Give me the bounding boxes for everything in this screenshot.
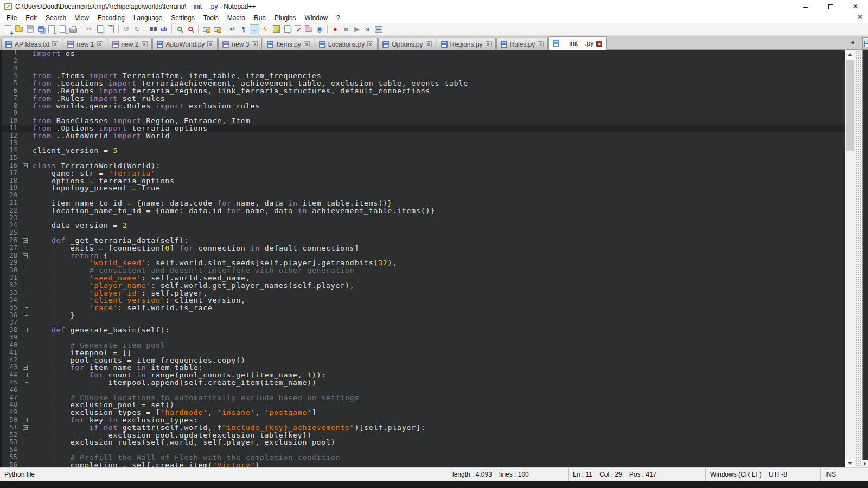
close-icon[interactable] [47,24,56,34]
second-view-scroll-corner[interactable] [862,460,868,467]
code-line-12[interactable]: 12from ..AutoWorld import World [2,132,845,140]
code-line-44[interactable]: 44 for count in range(pool_counts.get(it… [2,371,845,379]
tab-scroll-left-icon[interactable]: ◀ [850,40,854,45]
vertical-scrollbar[interactable] [845,50,854,467]
fold-marker[interactable] [21,424,30,432]
sync-vertical-icon[interactable] [201,24,211,34]
code-line-48[interactable]: 48 exclusion_pool = set() [2,401,845,409]
code-line-6[interactable]: 6from .Regions import terraria_regions, … [2,87,845,95]
menu-item-window[interactable]: Window [300,13,332,23]
fold-marker[interactable] [21,252,30,260]
scrollbar-thumb[interactable] [846,60,854,151]
menu-item-file[interactable]: File [2,13,21,23]
menu-item-tools[interactable]: Tools [199,13,223,23]
code-line-35[interactable]: 35 'race': self.world.is_race [2,304,845,312]
scroll-up-icon[interactable] [845,50,854,59]
code-line-42[interactable]: 42 pool_counts = item_frequencies.copy() [2,357,845,364]
find-icon[interactable] [148,24,158,34]
zoom-out-icon[interactable] [186,24,195,34]
code-line-21[interactable]: 21 item_name_to_id = {name: data.code fo… [2,200,845,207]
code-line-17[interactable]: 17 game: str = "Terraria" [2,170,845,177]
code-line-14[interactable]: 14client_version = 5 [2,147,845,155]
code-line-20[interactable]: 20 [2,192,845,200]
code-line-18[interactable]: 18 options = terraria_options [2,177,845,185]
code-line-47[interactable]: 47 # Choose locations to automatically e… [2,394,845,402]
code-line-24[interactable]: 24 data_version = 2 [2,222,845,229]
show-all-characters-icon[interactable]: ¶ [239,24,248,34]
code-line-26[interactable]: 26 def _get_terraria_data(self): [2,237,845,245]
code-line-22[interactable]: 22 location_name_to_id = {name: data.id … [2,207,845,215]
code-line-10[interactable]: 10from BaseClasses import Region, Entran… [2,117,845,125]
fold-marker[interactable] [21,416,30,424]
tab-close-icon[interactable]: x [486,41,492,47]
paste-icon[interactable] [106,24,116,34]
open-icon[interactable] [14,24,24,34]
fold-marker[interactable] [21,364,30,371]
tab-close-icon[interactable]: x [252,41,258,47]
code-line-53[interactable]: 53 exclusion_rules(self.world, self.play… [2,439,845,446]
menu-item-edit[interactable]: Edit [21,13,41,23]
code-line-50[interactable]: 50 for key in exclusion_types: [2,416,845,424]
code-line-16[interactable]: 16class TerrariaWorld(World): [2,162,845,170]
code-line-37[interactable]: 37 [2,319,845,327]
code-line-11[interactable]: 11from .Options import terraria_options [2,125,845,132]
document-map-icon[interactable] [271,24,281,34]
close-all-icon[interactable] [58,24,67,34]
code-line-29[interactable]: 29 'world_seed': self.world.slot_seeds[s… [2,259,845,267]
menu-item-language[interactable]: Language [129,13,167,23]
copy-icon[interactable] [95,24,105,34]
code-line-33[interactable]: 33 'player_id': self.player, [2,290,845,297]
code-line-46[interactable]: 46 [2,387,845,394]
code-line-15[interactable]: 15 [2,155,845,162]
tab-ap-ideas-txt[interactable]: AP Ideas.txtx [1,38,62,50]
tab-close-icon[interactable]: x [596,41,602,47]
scroll-down-icon[interactable] [845,459,854,467]
code-line-41[interactable]: 41 itempool = [] [2,349,845,357]
splitter-handle[interactable] [854,50,862,467]
tab-new-2[interactable]: new 2x [108,38,152,50]
save-icon[interactable] [25,24,35,34]
code-line-32[interactable]: 32 'player_name': self.world.get_player_… [2,282,845,290]
sync-horizontal-icon[interactable] [212,24,222,34]
code-line-7[interactable]: 7from .Rules import set_rules [2,95,845,102]
code-line-3[interactable]: 3 [2,65,845,73]
function-list-icon[interactable]: ϟ [260,24,270,34]
tab-close-icon[interactable]: x [142,41,148,47]
define-language-icon[interactable] [293,24,303,34]
file-monitoring-icon[interactable]: ◉ [315,24,324,34]
code-line-9[interactable]: 9 [2,110,845,117]
tab-options-py[interactable]: Options.pyx [378,38,436,50]
close-document-icon[interactable]: ✕ [857,13,863,21]
menu-item-help[interactable]: ? [332,13,344,23]
code-line-40[interactable]: 40 # Generate item pool [2,342,845,349]
macro-record-icon[interactable]: ● [330,24,340,34]
code-line-56[interactable]: 56 completion = self.create_item("Victor… [2,461,845,467]
menu-item-plugins[interactable]: Plugins [270,13,300,23]
tab-close-icon[interactable]: x [367,41,373,47]
folder-as-workspace-icon[interactable] [304,24,314,34]
code-line-34[interactable]: 34 'client_version': client_version, [2,297,845,304]
code-line-51[interactable]: 51 if not getattr(self.world, f"include_… [2,424,845,432]
word-wrap-icon[interactable]: ↵ [228,24,238,34]
indent-guide-icon[interactable]: ≡ [250,24,259,34]
fold-marker[interactable] [21,237,30,245]
code-line-1[interactable]: 1import os [2,50,845,57]
tab-close-icon[interactable]: x [304,41,310,47]
new-file-icon[interactable] [3,24,13,34]
tab-new-1[interactable]: new 1x [63,38,107,50]
code-line-27[interactable]: 27 exits = [connection[0] for connection… [2,245,845,252]
tab-close-icon[interactable]: x [207,41,213,47]
code-line-36[interactable]: 36 } [2,312,845,319]
redo-icon[interactable]: ↻ [132,24,142,34]
tab-close-icon[interactable]: x [97,41,103,47]
code-line-38[interactable]: 38 def generate_basic(self): [2,326,845,334]
code-line-25[interactable]: 25 [2,229,845,237]
editor[interactable]: 1import os234from .Items import Terraria… [0,50,845,467]
tab-autoworld-py[interactable]: AutoWorld.pyx [152,38,218,50]
menu-item-view[interactable]: View [71,13,93,23]
tab-new-3[interactable]: new 3x [218,38,262,50]
code-line-30[interactable]: 30 # consistent and doesn't interfere wi… [2,267,845,274]
tab-close-icon[interactable]: x [538,41,544,47]
undo-icon[interactable]: ↺ [122,24,131,34]
tab-close-icon[interactable]: x [52,41,58,47]
